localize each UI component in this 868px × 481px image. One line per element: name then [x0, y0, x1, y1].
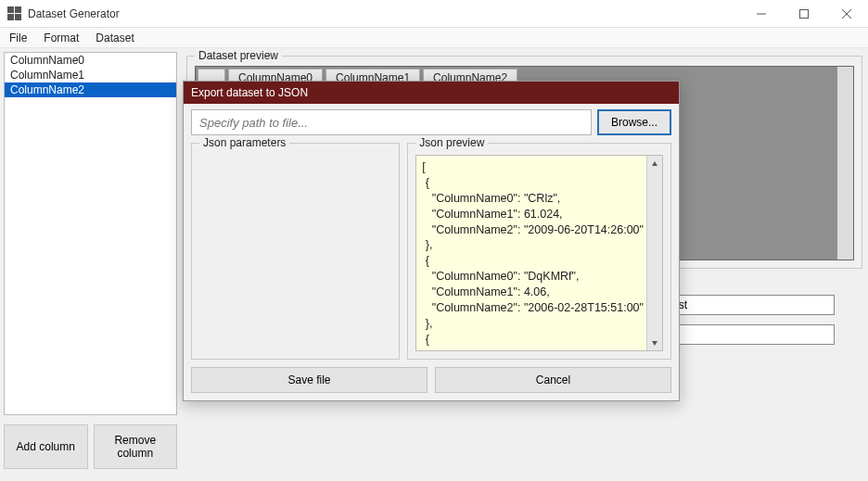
- menu-bar: File Format Dataset: [0, 28, 868, 48]
- svg-marker-4: [652, 161, 657, 166]
- property-field-1[interactable]: [660, 295, 835, 315]
- menu-dataset[interactable]: Dataset: [96, 32, 134, 44]
- export-json-dialog: Export dataset to JSON Browse... Json pa…: [183, 81, 680, 401]
- svg-marker-5: [652, 341, 657, 346]
- menu-file[interactable]: File: [9, 32, 27, 44]
- dialog-title: Export dataset to JSON: [184, 82, 679, 104]
- column-list-item[interactable]: ColumnName1: [5, 68, 176, 82]
- minimize-button[interactable]: [740, 0, 783, 28]
- close-button[interactable]: [825, 0, 868, 28]
- json-preview-scrollbar[interactable]: [646, 156, 662, 350]
- json-preview-pane: Json preview [ { "ColumnName0": "CRlz", …: [407, 143, 671, 360]
- json-parameters-pane: Json parameters: [191, 143, 400, 360]
- maximize-button[interactable]: [783, 0, 825, 28]
- file-path-input[interactable]: [191, 109, 592, 135]
- scroll-down-icon[interactable]: [647, 335, 662, 350]
- grid-scrollbar[interactable]: [837, 67, 853, 259]
- json-preview-title: Json preview: [415, 136, 488, 149]
- column-list-item[interactable]: ColumnName0: [5, 53, 176, 68]
- left-panel: ColumnName0 ColumnName1 ColumnName2 Add …: [0, 48, 181, 481]
- save-file-button[interactable]: Save file: [191, 367, 428, 393]
- column-list[interactable]: ColumnName0 ColumnName1 ColumnName2: [4, 52, 177, 415]
- window-title: Dataset Generator: [28, 7, 120, 20]
- browse-button[interactable]: Browse...: [597, 109, 671, 135]
- app-icon: [7, 6, 22, 21]
- scroll-up-icon[interactable]: [647, 156, 662, 171]
- add-column-button[interactable]: Add column: [4, 424, 88, 469]
- window-titlebar: Dataset Generator: [0, 0, 868, 28]
- svg-rect-1: [800, 9, 809, 18]
- json-parameters-title: Json parameters: [199, 136, 289, 149]
- dataset-preview-title: Dataset preview: [195, 49, 282, 62]
- menu-format[interactable]: Format: [44, 32, 79, 44]
- column-list-item[interactable]: ColumnName2: [5, 82, 176, 97]
- json-preview-text[interactable]: [ { "ColumnName0": "CRlz", "ColumnName1"…: [415, 155, 663, 351]
- json-preview-content: [ { "ColumnName0": "CRlz", "ColumnName1"…: [422, 160, 644, 351]
- property-field-2[interactable]: [660, 324, 835, 345]
- cancel-button[interactable]: Cancel: [435, 367, 671, 393]
- remove-column-button[interactable]: Remove column: [94, 424, 178, 469]
